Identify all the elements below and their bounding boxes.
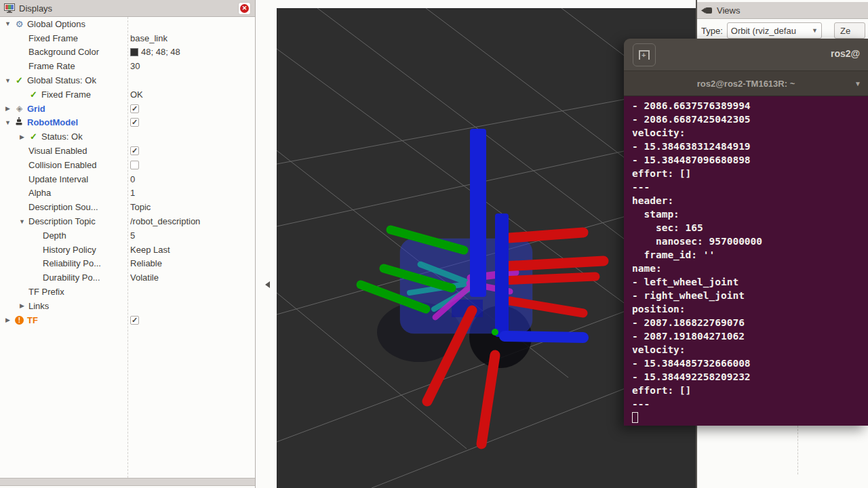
property-label: Visual Enabled bbox=[27, 146, 87, 156]
property-row-left: ▶◈Grid bbox=[0, 102, 127, 116]
property-row[interactable]: Update Interval0 bbox=[0, 172, 255, 186]
property-value[interactable]: Keep Last bbox=[130, 243, 254, 257]
terminal-line: - 2087.186822769076 bbox=[632, 316, 868, 329]
property-row[interactable]: ✓Fixed FrameOK bbox=[0, 87, 255, 102]
panel-gutter bbox=[256, 0, 277, 488]
chevron-down-icon[interactable]: ▼ bbox=[3, 119, 13, 126]
checkbox-checked-icon[interactable]: ✓ bbox=[130, 118, 139, 127]
property-row[interactable]: ▶!TF✓ bbox=[0, 313, 255, 327]
grid-icon: ◈ bbox=[16, 104, 22, 113]
collapse-panel-handle[interactable] bbox=[262, 279, 272, 290]
property-row[interactable]: Depth5 bbox=[0, 228, 255, 243]
terminal-window[interactable]: ros2@ ros2@ros2-TM1613R: ~ ▼ - 2086.6637… bbox=[624, 39, 868, 426]
property-row[interactable]: ▼Description Topic/robot_description bbox=[0, 214, 255, 228]
property-row[interactable]: ▼⚙Global Options bbox=[0, 17, 255, 31]
terminal-line: nanosec: 957000000 bbox=[632, 235, 868, 248]
property-value[interactable]: Reliable bbox=[130, 257, 254, 271]
property-row[interactable]: Durability Po...Volatile bbox=[0, 270, 255, 285]
close-icon: ✕ bbox=[240, 4, 249, 13]
property-row[interactable]: ▶◈Grid✓ bbox=[0, 102, 255, 116]
chevron-right-icon[interactable]: ▶ bbox=[3, 105, 13, 112]
property-row[interactable]: ▼✓Global Status: Ok bbox=[0, 73, 255, 87]
terminal-line: position: bbox=[632, 302, 868, 316]
chevron-down-icon[interactable]: ▼ bbox=[3, 77, 13, 84]
chevron-down-icon[interactable]: ▼ bbox=[3, 20, 13, 27]
terminal-line: header: bbox=[632, 194, 868, 207]
property-row-left: Background Color bbox=[0, 45, 127, 60]
views-type-row: Type: Orbit (rviz_defau ▼ Ze bbox=[697, 19, 868, 39]
property-value bbox=[130, 129, 254, 144]
row-icon-slot bbox=[13, 117, 26, 128]
property-row[interactable]: TF Prefix bbox=[0, 285, 255, 299]
property-row[interactable]: Description Sou...Topic bbox=[0, 200, 255, 214]
checkbox-unchecked-icon[interactable] bbox=[130, 161, 139, 169]
terminal-titlebar[interactable]: ros2@ bbox=[624, 39, 868, 71]
color-swatch[interactable] bbox=[130, 48, 138, 56]
property-label: History Policy bbox=[41, 245, 96, 255]
property-row-left: ▶✓Status: Ok bbox=[0, 129, 127, 144]
property-label: Global Status: Ok bbox=[26, 75, 96, 85]
property-value[interactable]: ✓ bbox=[130, 102, 254, 116]
robot-model-icon bbox=[15, 117, 24, 126]
close-button[interactable]: ✕ bbox=[238, 2, 251, 15]
property-value[interactable]: ✓ bbox=[130, 313, 254, 327]
property-value[interactable] bbox=[130, 158, 254, 172]
terminal-line: - 15.384485732666008 bbox=[632, 357, 868, 370]
property-value[interactable]: 1 bbox=[130, 186, 254, 201]
property-value[interactable]: Volatile bbox=[130, 270, 254, 285]
terminal-output[interactable]: - 2086.6637576389994- 2086.6687425042305… bbox=[624, 96, 868, 426]
property-value[interactable]: 30 bbox=[130, 59, 254, 73]
terminal-line: --- bbox=[632, 397, 868, 411]
property-value[interactable]: ✓ bbox=[130, 116, 254, 130]
chevron-down-icon[interactable]: ▼ bbox=[854, 80, 861, 87]
property-row[interactable]: Background Color48; 48; 48 bbox=[0, 45, 255, 60]
chevron-down-icon: ▼ bbox=[812, 27, 818, 34]
property-row-left: History Policy bbox=[0, 243, 127, 257]
checkbox-checked-icon[interactable]: ✓ bbox=[130, 146, 139, 155]
property-row[interactable]: Collision Enabled bbox=[0, 158, 255, 172]
displays-panel-titlebar[interactable]: Displays ✕ bbox=[0, 0, 255, 17]
property-value[interactable]: 5 bbox=[130, 228, 254, 243]
property-value[interactable]: 48; 48; 48 bbox=[130, 45, 254, 60]
property-row-left: TF Prefix bbox=[0, 285, 127, 299]
terminal-line: effort: [] bbox=[632, 384, 868, 397]
checkbox-checked-icon[interactable]: ✓ bbox=[130, 104, 139, 113]
property-row[interactable]: History PolicyKeep Last bbox=[0, 243, 255, 257]
zero-button[interactable]: Ze bbox=[834, 22, 865, 39]
property-row[interactable]: Frame Rate30 bbox=[0, 59, 255, 73]
property-row-left: Collision Enabled bbox=[0, 158, 127, 172]
property-row[interactable]: Visual Enabled✓ bbox=[0, 144, 255, 158]
property-value[interactable]: /robot_description bbox=[130, 214, 254, 228]
property-label: Depth bbox=[41, 230, 66, 241]
chevron-right-icon[interactable]: ▶ bbox=[17, 134, 27, 140]
property-value[interactable]: 0 bbox=[130, 172, 254, 186]
property-row[interactable]: ▶Links bbox=[0, 299, 255, 313]
terminal-line: name: bbox=[632, 262, 868, 275]
checkbox-checked-icon[interactable]: ✓ bbox=[130, 316, 139, 325]
property-row[interactable]: ▶✓Status: Ok bbox=[0, 129, 255, 144]
views-type-dropdown[interactable]: Orbit (rviz_defau ▼ bbox=[727, 22, 822, 39]
property-value[interactable] bbox=[130, 285, 254, 299]
property-value[interactable]: Topic bbox=[130, 200, 254, 214]
terminal-line: sec: 165 bbox=[632, 221, 868, 235]
property-value[interactable]: base_link bbox=[130, 31, 254, 45]
property-value[interactable]: OK bbox=[130, 87, 254, 102]
terminal-line: - 2086.6687425042305 bbox=[632, 113, 868, 126]
chevron-left-icon bbox=[265, 281, 270, 288]
property-row[interactable]: Alpha1 bbox=[0, 186, 255, 201]
panel-resize-strip[interactable] bbox=[0, 478, 255, 486]
property-label: Collision Enabled bbox=[27, 160, 96, 170]
terminal-tabbar[interactable]: ros2@ros2-TM1613R: ~ ▼ bbox=[624, 71, 868, 96]
property-row[interactable]: Reliability Po...Reliable bbox=[0, 257, 255, 271]
property-label: RobotModel bbox=[26, 117, 78, 127]
chevron-right-icon[interactable]: ▶ bbox=[3, 317, 13, 323]
views-panel-titlebar[interactable]: Views bbox=[697, 2, 868, 19]
terminal-line: --- bbox=[632, 180, 868, 194]
property-row[interactable]: Fixed Framebase_link bbox=[0, 31, 255, 45]
chevron-down-icon[interactable]: ▼ bbox=[17, 218, 27, 225]
property-value[interactable]: ✓ bbox=[130, 144, 254, 158]
chevron-right-icon[interactable]: ▶ bbox=[17, 302, 27, 309]
property-value bbox=[130, 17, 254, 31]
property-row[interactable]: ▼RobotModel✓ bbox=[0, 116, 255, 130]
new-tab-button[interactable] bbox=[633, 43, 656, 66]
